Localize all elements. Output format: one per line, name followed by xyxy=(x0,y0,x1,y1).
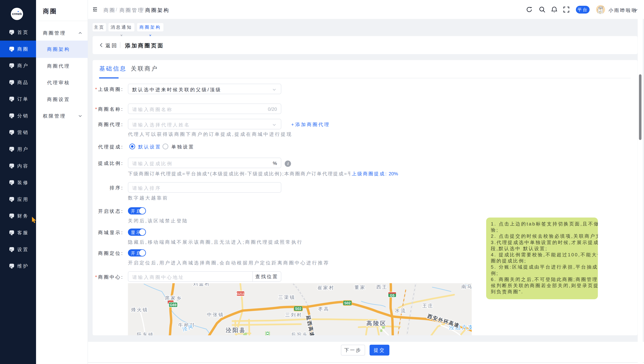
svg-text:G211: G211 xyxy=(236,292,244,296)
svg-text:后旨头: 后旨头 xyxy=(291,332,308,335)
svg-text:中张镇: 中张镇 xyxy=(207,312,224,317)
svg-text:枣高: 枣高 xyxy=(318,306,330,312)
svg-text:阡东镇: 阡东镇 xyxy=(137,332,154,335)
svg-text:王庄: 王庄 xyxy=(422,303,434,308)
svg-text:崔家村: 崔家村 xyxy=(317,285,334,290)
svg-text:董家: 董家 xyxy=(354,285,366,290)
svg-text:S02: S02 xyxy=(295,307,302,311)
svg-text:席家乡: 席家乡 xyxy=(165,295,182,301)
svg-text:三刘村: 三刘村 xyxy=(285,312,302,318)
svg-text:高陵区: 高陵区 xyxy=(366,320,387,326)
svg-text:水流: 水流 xyxy=(395,308,406,313)
svg-text:泾阳县: 泾阳县 xyxy=(226,327,246,333)
svg-text:刘盖村: 刘盖村 xyxy=(193,283,210,286)
svg-text:G69: G69 xyxy=(170,303,176,307)
svg-text:烽火镇: 烽火镇 xyxy=(131,307,148,312)
svg-text:S02: S02 xyxy=(344,301,351,305)
svg-text:三渠镇: 三渠镇 xyxy=(278,295,296,300)
svg-text:西王: 西王 xyxy=(376,284,388,290)
svg-text:南马: 南马 xyxy=(462,284,472,289)
svg-text:G5: G5 xyxy=(390,293,394,297)
